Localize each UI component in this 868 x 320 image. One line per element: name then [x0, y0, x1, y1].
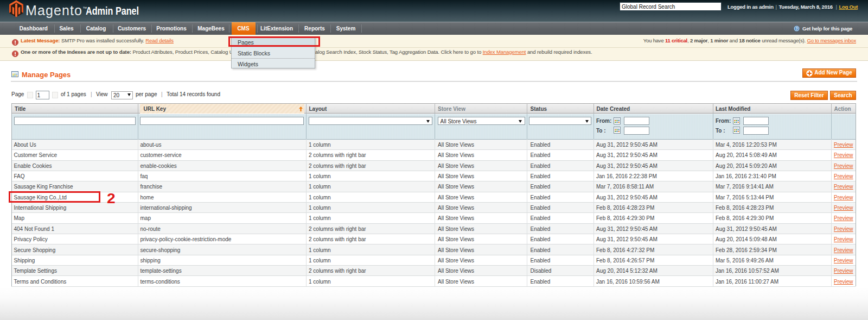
- svg-text:?: ?: [795, 27, 797, 30]
